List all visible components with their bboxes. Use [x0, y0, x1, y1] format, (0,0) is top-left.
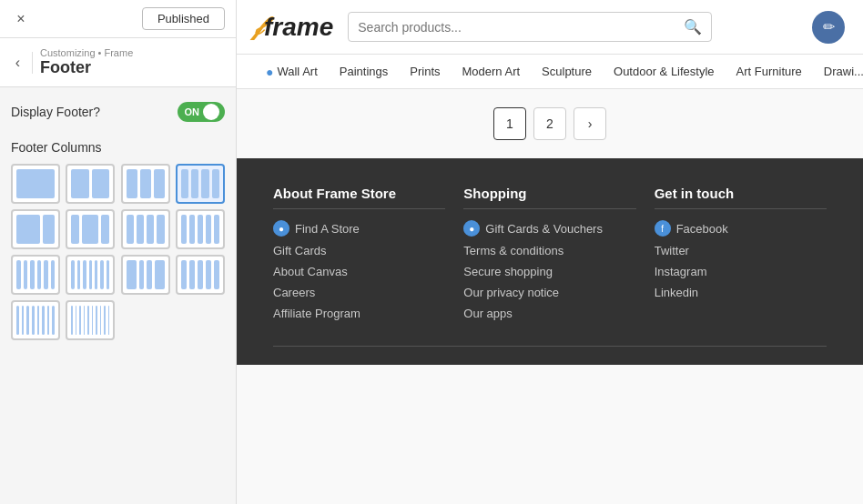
gift-vouchers-icon: ●: [463, 220, 480, 237]
footer-col-1-title: About Frame Store: [273, 186, 445, 209]
footer-link-careers[interactable]: Careers: [273, 286, 445, 299]
linkedin-label: Linkedin: [655, 286, 698, 299]
columns-grid: [11, 164, 225, 340]
nav-sculpture-label: Sculpture: [542, 65, 592, 78]
nav-paintings-label: Paintings: [340, 65, 388, 78]
secure-shopping-label: Secure shopping: [463, 265, 553, 278]
footer-link-terms[interactable]: Terms & conditions: [463, 244, 635, 257]
column-option-2col-b[interactable]: [11, 209, 60, 249]
footer-link-find-store[interactable]: ● Find A Store: [273, 220, 445, 237]
find-store-icon: ●: [273, 220, 289, 237]
back-button[interactable]: ‹: [11, 52, 33, 74]
next-page-button[interactable]: ›: [574, 107, 606, 140]
column-option-1col[interactable]: [11, 164, 60, 204]
column-option-3col-b[interactable]: [66, 209, 115, 249]
page-2-button[interactable]: 2: [533, 107, 566, 140]
site-footer: About Frame Store ● Find A Store Gift Ca…: [237, 158, 863, 365]
column-option-6col[interactable]: [11, 255, 60, 295]
footer-col-2-title: Shopping: [463, 186, 635, 209]
columns-label: Footer Columns: [11, 140, 225, 155]
footer-divider: [273, 346, 827, 347]
nav-item-paintings[interactable]: Paintings: [329, 57, 399, 86]
column-option-5col[interactable]: [176, 209, 225, 249]
display-footer-toggle[interactable]: ON: [178, 102, 225, 122]
privacy-label: Our privacy notice: [463, 286, 559, 299]
column-option-5col-b[interactable]: [176, 255, 225, 295]
nav-item-prints[interactable]: Prints: [399, 57, 451, 86]
toggle-label: Display Footer?: [11, 105, 100, 119]
column-option-2col[interactable]: [66, 164, 115, 204]
apps-label: Our apps: [463, 307, 512, 320]
find-store-label: Find A Store: [295, 222, 360, 236]
affiliate-label: Affiliate Program: [273, 307, 360, 320]
footer-link-facebook[interactable]: f Facebook: [655, 220, 827, 237]
footer-col-3: Get in touch f Facebook Twitter Instagra…: [655, 186, 827, 328]
logo-text: frame: [264, 13, 333, 42]
breadcrumb-section: ‹ Customizing • Frame Footer: [0, 38, 236, 87]
about-canvas-label: About Canvas: [273, 265, 348, 278]
toggle-state: ON: [185, 106, 200, 117]
instagram-label: Instagram: [655, 265, 707, 278]
search-icon: 🔍: [684, 18, 702, 35]
column-option-3col[interactable]: [121, 164, 170, 204]
panel-content: Display Footer? ON Footer Columns: [0, 87, 236, 504]
toggle-circle: [203, 104, 219, 120]
close-button[interactable]: ×: [11, 9, 31, 29]
footer-link-gift-cards[interactable]: Gift Cards: [273, 244, 445, 257]
nav-modern-art-label: Modern Art: [462, 65, 521, 78]
column-option-4col-b[interactable]: [121, 209, 170, 249]
footer-col-2: Shopping ● Gift Cards & Vouchers Terms &…: [463, 186, 635, 328]
facebook-label: Facebook: [676, 222, 728, 236]
footer-link-gift-vouchers[interactable]: ● Gift Cards & Vouchers: [463, 220, 635, 237]
nav-outdoor-label: Outdoor & Lifestyle: [614, 65, 715, 78]
edit-button[interactable]: ✏: [812, 11, 845, 44]
main-area: 𝒻 frame 🔍 ✏ ● Wall Art Paintings Prints …: [237, 0, 863, 504]
terms-label: Terms & conditions: [463, 244, 563, 257]
column-option-10col[interactable]: [66, 300, 115, 340]
site-logo: 𝒻 frame: [255, 12, 333, 42]
left-panel: × Published ‹ Customizing • Frame Footer…: [0, 0, 237, 504]
section-title: Footer: [40, 58, 133, 77]
nav-prints-label: Prints: [410, 65, 440, 78]
page-content: 1 2 › About Frame Store ● Find A Store G…: [237, 89, 863, 504]
column-option-7col[interactable]: [66, 255, 115, 295]
twitter-label: Twitter: [655, 244, 689, 257]
nav-wall-art-icon: ●: [266, 65, 273, 79]
footer-link-about-canvas[interactable]: About Canvas: [273, 265, 445, 278]
site-header: 𝒻 frame 🔍 ✏: [237, 0, 863, 55]
footer-link-apps[interactable]: Our apps: [463, 307, 635, 320]
footer-col-3-title: Get in touch: [655, 186, 827, 209]
footer-link-privacy[interactable]: Our privacy notice: [463, 286, 635, 299]
published-button[interactable]: Published: [142, 7, 225, 30]
column-option-4col-c[interactable]: [121, 255, 170, 295]
footer-link-instagram[interactable]: Instagram: [655, 265, 827, 278]
nav-item-sculpture[interactable]: Sculpture: [531, 57, 603, 86]
search-input[interactable]: [358, 20, 684, 35]
gift-cards-label: Gift Cards: [273, 244, 327, 257]
breadcrumb: Customizing • Frame: [40, 47, 133, 58]
nav-item-outdoor[interactable]: Outdoor & Lifestyle: [603, 57, 726, 86]
footer-link-linkedin[interactable]: Linkedin: [655, 286, 827, 299]
footer-link-twitter[interactable]: Twitter: [655, 244, 827, 257]
nav-item-wall-art[interactable]: ● Wall Art: [255, 57, 329, 86]
footer-link-secure-shopping[interactable]: Secure shopping: [463, 265, 635, 278]
nav-art-furniture-label: Art Furniture: [736, 65, 802, 78]
panel-header: × Published: [0, 0, 236, 38]
nav-item-modern-art[interactable]: Modern Art: [452, 57, 532, 86]
nav-item-drawing[interactable]: Drawi...: [813, 57, 863, 86]
nav-item-art-furniture[interactable]: Art Furniture: [726, 57, 813, 86]
toggle-row: Display Footer? ON: [11, 102, 225, 122]
nav-wall-art-label: Wall Art: [277, 65, 317, 78]
page-1-button[interactable]: 1: [493, 107, 526, 140]
footer-col-1: About Frame Store ● Find A Store Gift Ca…: [273, 186, 445, 328]
column-option-4col[interactable]: [176, 164, 225, 204]
nav-drawing-label: Drawi...: [824, 65, 863, 78]
logo-icon: 𝒻: [255, 12, 262, 42]
search-bar[interactable]: 🔍: [348, 12, 712, 42]
footer-link-affiliate[interactable]: Affiliate Program: [273, 307, 445, 320]
pagination-area: 1 2 ›: [237, 89, 863, 158]
careers-label: Careers: [273, 286, 315, 299]
footer-grid: About Frame Store ● Find A Store Gift Ca…: [273, 186, 827, 328]
column-option-8col[interactable]: [11, 300, 60, 340]
facebook-icon: f: [655, 220, 671, 237]
